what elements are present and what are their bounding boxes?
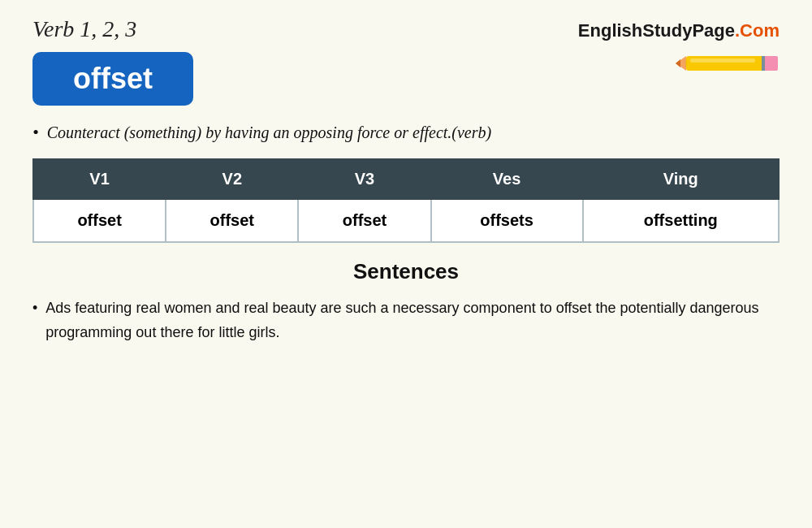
table-header-v3: V3 <box>298 159 430 199</box>
verb-label: Verb 1, 2, 3 <box>32 16 193 42</box>
logo-main: EnglishStudyPage <box>578 20 735 41</box>
table-header-ving: Ving <box>583 159 779 199</box>
table-header-ves: Ves <box>431 159 583 199</box>
pencil-icon <box>578 48 780 79</box>
svg-rect-0 <box>686 56 763 71</box>
word-badge: offset <box>32 52 193 106</box>
verb-table: V1 V2 V3 Ves Ving offset offset offset o… <box>32 158 780 243</box>
table-header-row: V1 V2 V3 Ves Ving <box>33 159 779 199</box>
page-container: Verb 1, 2, 3 offset EnglishStudyPage.Com <box>0 0 812 528</box>
title-area: Verb 1, 2, 3 offset <box>32 16 193 106</box>
sentence-item: • Ads featuring real women and real beau… <box>32 296 780 345</box>
pencil-svg <box>674 48 780 79</box>
table-header-v1: V1 <box>33 159 166 199</box>
svg-marker-2 <box>676 59 680 67</box>
sentence-bullet: • <box>32 296 37 321</box>
definition-text: Counteract (something) by having an oppo… <box>47 120 491 145</box>
logo-com: .Com <box>735 20 780 41</box>
header: Verb 1, 2, 3 offset EnglishStudyPage.Com <box>32 16 780 106</box>
sentences-section: Sentences • Ads featuring real women and… <box>32 259 780 345</box>
sentence-text: Ads featuring real women and real beauty… <box>45 296 780 345</box>
logo-area: EnglishStudyPage.Com <box>578 16 780 79</box>
definition-section: • Counteract (something) by having an op… <box>32 120 780 145</box>
svg-rect-6 <box>690 58 755 63</box>
sentences-title: Sentences <box>32 259 780 284</box>
logo-text: EnglishStudyPage.Com <box>578 20 780 41</box>
table-cell-v1: offset <box>33 199 166 242</box>
table-header-v2: V2 <box>166 159 298 199</box>
table-cell-v2: offset <box>166 199 298 242</box>
table-cell-v3: offset <box>298 199 430 242</box>
table-cell-ves: offsets <box>431 199 583 242</box>
table-cell-ving: offsetting <box>583 199 779 242</box>
definition-item: • Counteract (something) by having an op… <box>32 120 780 145</box>
svg-rect-3 <box>763 56 778 71</box>
table-row: offset offset offset offsets offsetting <box>33 199 779 242</box>
definition-bullet: • <box>32 120 39 145</box>
